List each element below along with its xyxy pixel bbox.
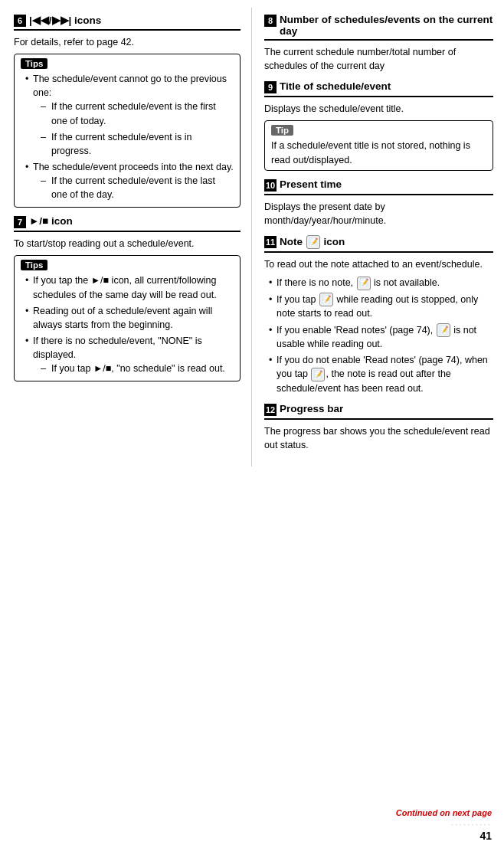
tip-text: If there is no schedule/event, "NONE" is… [33,336,202,360]
section-12-num: 12 [264,404,277,416]
note-icon: 📝 [357,277,371,290]
list-item: If the current schedule/event is the fir… [41,100,234,127]
section-10-divider [264,194,493,195]
list-item: The schedule/event proceeds into the nex… [25,160,234,201]
section-9-tip-label: Tip [271,125,293,136]
section-9: 9 Title of schedule/event Displays the s… [264,80,493,170]
dotted-line: ·········· [451,819,492,830]
note-icon: 📝 [306,235,320,249]
tip-text: If you enable 'Read notes' (page 74), 📝 … [277,325,476,350]
right-column: 8 Number of schedules/events on the curr… [252,8,504,467]
list-item: If there is no note, 📝 is not available. [269,276,493,290]
section-6-header: 6 |◀◀/▶▶| icons [14,14,241,27]
section-6-tips-box: Tips The schedule/event cannot go to the… [14,54,241,208]
section-10-body: Displays the present date by month/day/y… [264,200,493,228]
tip-text: If there is no note, 📝 is not available. [277,277,440,288]
section-8-body: The current schedule number/total number… [264,45,493,73]
left-column: 6 |◀◀/▶▶| icons For details, refer to pa… [0,8,252,467]
section-8-num: 8 [264,15,277,27]
list-item: If you tap 📝 while reading out is stoppe… [269,293,493,321]
section-8-title: Number of schedules/events on the curren… [280,14,493,37]
section-11-header: 11 Note 📝 icon [264,235,493,249]
tip-text: The schedule/event proceeds into the nex… [33,162,234,172]
list-item: The schedule/event cannot go to the prev… [25,72,234,158]
section-9-tip-box: Tip If a schedule/event title is not sto… [264,120,493,170]
section-8: 8 Number of schedules/events on the curr… [264,14,493,73]
section-6: 6 |◀◀/▶▶| icons For details, refer to pa… [14,14,241,208]
section-7-tips-label: Tips [21,260,47,270]
section-11: 11 Note 📝 icon To read out the note atta… [264,235,493,395]
section-7-tips-list: If you tap the ►/■ icon, all current/fol… [21,273,234,375]
section-7-title: ►/■ icon [29,215,73,227]
section-11-body-intro: To read out the note attached to an even… [264,257,493,271]
sub-tip-text: If you tap ►/■, "no schedule" is read ou… [51,363,225,374]
tip-text: If you do not enable 'Read notes' (page … [277,355,488,394]
section-7: 7 ►/■ icon To start/stop reading out a s… [14,215,241,381]
section-6-title: |◀◀/▶▶| icons [29,14,101,26]
section-11-title: Note 📝 icon [280,235,345,249]
list-item: If the current schedule/event is the las… [41,174,234,201]
section-12-divider [264,418,493,420]
section-11-num: 11 [264,236,277,248]
tip-text: If you tap 📝 while reading out is stoppe… [277,294,478,319]
sub-tip-text: If the current schedule/event is in prog… [51,132,191,156]
section-8-header: 8 Number of schedules/events on the curr… [264,14,493,37]
section-7-header: 7 ►/■ icon [14,215,241,228]
section-9-divider [264,96,493,97]
section-7-divider [14,231,241,232]
list-item: If you tap the ►/■ icon, all current/fol… [25,273,234,301]
section-6-tips-label: Tips [21,58,47,69]
section-9-tip-text: If a schedule/event title is not stored,… [271,139,486,166]
section-6-num: 6 [14,15,26,27]
list-item: If you enable 'Read notes' (page 74), 📝 … [269,323,493,352]
section-10-title: Present time [280,178,342,190]
section-9-num: 9 [264,81,277,93]
sub-tip-text: If the current schedule/event is the fir… [51,101,216,126]
section-12: 12 Progress bar The progress bar shows y… [264,403,493,452]
section-7-num: 7 [14,216,26,228]
tip-text: Reading out of a schedule/event again wi… [33,306,212,330]
tip-text: If you tap the ►/■ icon, all current/fol… [33,275,217,300]
section-10: 10 Present time Displays the present dat… [264,178,493,228]
tip-text: The schedule/event cannot go to the prev… [33,74,227,98]
page-footer: Continued on next page ·········· 41 [396,808,492,842]
sub-tip-text: If the current schedule/event is the las… [51,175,215,200]
section-6-body: For details, refer to page 42. [14,35,241,49]
list-item: Reading out of a schedule/event again wi… [25,304,234,332]
section-6-tips-list: The schedule/event cannot go to the prev… [21,72,234,201]
section-8-divider [264,39,493,41]
section-11-tips-list: If there is no note, 📝 is not available.… [264,276,493,395]
section-7-tips-box: Tips If you tap the ►/■ icon, all curren… [14,255,241,381]
sub-list: If you tap ►/■, "no schedule" is read ou… [33,362,234,375]
section-9-header: 9 Title of schedule/event [264,80,493,93]
section-7-body: To start/stop reading out a schedule/eve… [14,237,241,250]
section-10-header: 10 Present time [264,178,493,192]
list-item: If you tap ►/■, "no schedule" is read ou… [41,362,234,375]
section-6-divider [14,29,241,31]
section-9-body: Displays the schedule/event title. [264,102,493,116]
section-12-title: Progress bar [280,403,343,414]
continued-text: Continued on next page [396,808,492,817]
section-11-divider [264,251,493,253]
page-layout: 6 |◀◀/▶▶| icons For details, refer to pa… [0,8,504,467]
sub-list: If the current schedule/event is the fir… [33,100,234,158]
page-number: 41 [396,830,492,842]
list-item: If there is no schedule/event, "NONE" is… [25,334,234,375]
section-9-title: Title of schedule/event [280,80,391,92]
note-icon: 📝 [311,368,325,381]
note-icon: 📝 [437,323,450,337]
list-item: If the current schedule/event is in prog… [41,130,234,158]
list-item: If you do not enable 'Read notes' (page … [269,353,493,395]
section-12-body: The progress bar shows you the schedule/… [264,424,493,452]
section-10-num: 10 [264,179,277,192]
note-icon: 📝 [319,293,333,306]
sub-list: If the current schedule/event is the las… [33,174,234,201]
section-12-header: 12 Progress bar [264,403,493,416]
